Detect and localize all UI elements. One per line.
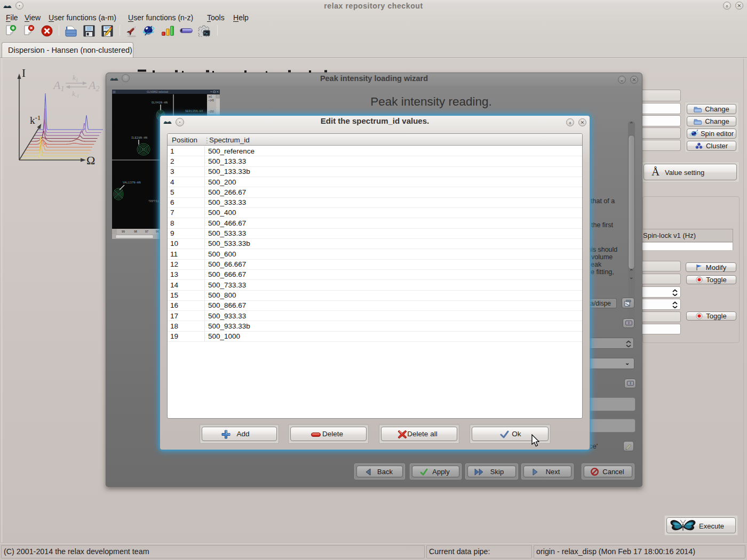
svg-text:99: 99	[122, 230, 125, 233]
svg-text:98: 98	[134, 230, 137, 233]
svg-text:–150: –150	[208, 110, 214, 113]
svg-text:w1: w1	[209, 95, 212, 98]
svg-text:VAL137N-HN: VAL137N-HN	[123, 181, 141, 185]
svg-text:A1: A1	[52, 78, 64, 93]
svg-text:I: I	[22, 67, 26, 79]
svg-text:A2: A2	[88, 78, 99, 93]
svg-text:SER135N-HX: SER135N-HX	[185, 109, 203, 113]
svg-text:GLN3862-selected: GLN3862-selected	[147, 91, 168, 93]
svg-text:Ω: Ω	[86, 154, 95, 166]
svg-text:GLX41N-HN: GLX41N-HN	[152, 101, 168, 105]
svg-text:–145: –145	[208, 99, 214, 102]
svg-text:97: 97	[145, 230, 148, 233]
svg-text:k1: k1	[73, 74, 78, 83]
svg-text:ILE28N-HN: ILE28N-HN	[131, 136, 147, 140]
svg-text:96: 96	[156, 230, 159, 233]
svg-text:k-1: k-1	[30, 114, 41, 126]
svg-text:TRPTS1: TRPTS1	[148, 199, 160, 203]
svg-text:k-1: k-1	[72, 90, 79, 98]
